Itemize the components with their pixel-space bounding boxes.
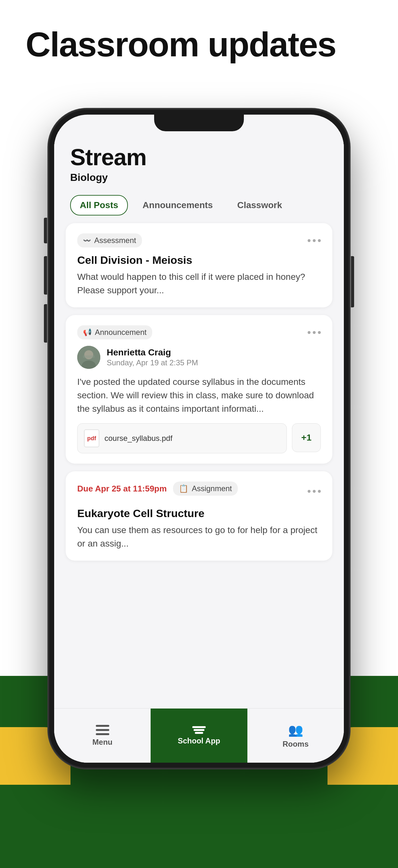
attachment-extra-count[interactable]: +1 — [292, 423, 321, 452]
assessment-title: Cell Division - Meiosis — [77, 254, 321, 267]
dot2 — [313, 239, 316, 242]
assessment-badge: 〰️ Assessment — [77, 234, 142, 248]
dot1 — [308, 239, 311, 242]
dot5 — [313, 331, 316, 334]
assignment-body: You can use them as resources to go to f… — [77, 524, 321, 550]
assessment-badge-label: Assessment — [94, 236, 136, 245]
stream-subtitle: Biology — [70, 172, 328, 183]
card-announcement-header: 📢 Announcement — [77, 325, 321, 339]
pdf-icon: pdf — [84, 429, 100, 447]
announcement-badge: 📢 Announcement — [77, 325, 152, 339]
rooms-icon: 👥 — [288, 723, 303, 737]
card-assessment[interactable]: 〰️ Assessment Cell Division - Meiosis Wh… — [66, 223, 332, 307]
school-app-icon — [192, 726, 206, 734]
card-assignment[interactable]: Due Apr 25 at 11:59pm 📋 Assignment — [66, 471, 332, 561]
phone-frame: Stream Biology All Posts Announcements C… — [48, 109, 350, 768]
card-assessment-more[interactable] — [308, 239, 321, 242]
announcement-body: I've posted the updated course syllabus … — [77, 375, 321, 415]
author-avatar — [77, 346, 100, 369]
stream-title: Stream — [70, 144, 328, 170]
phone-btn-vol-down — [44, 304, 47, 343]
dot3 — [318, 239, 321, 242]
author-name: Henrietta Craig — [107, 347, 198, 358]
tab-announcements[interactable]: Announcements — [133, 195, 222, 215]
nav-rooms-label: Rooms — [283, 740, 309, 749]
page-title: Classroom updates — [26, 26, 336, 64]
phone-screen: Stream Biology All Posts Announcements C… — [54, 115, 344, 763]
dot9 — [318, 490, 321, 493]
phone-notch — [154, 115, 244, 131]
tab-classwork[interactable]: Classwork — [228, 195, 292, 215]
filter-tabs: All Posts Announcements Classwork — [54, 190, 344, 223]
attachment-pdf[interactable]: pdf course_syllabus.pdf — [77, 423, 287, 453]
phone-btn-vol-up — [44, 256, 47, 294]
announcement-icon: 📢 — [83, 328, 92, 337]
cards-container: 〰️ Assessment Cell Division - Meiosis Wh… — [54, 223, 344, 561]
card-announcement-more[interactable] — [308, 331, 321, 334]
svg-rect-3 — [83, 355, 94, 358]
phone-btn-power — [351, 256, 354, 307]
phone-btn-silent — [44, 218, 47, 243]
author-date: Sunday, Apr 19 at 2:35 PM — [107, 358, 198, 367]
dot7 — [308, 490, 311, 493]
avatar-img — [77, 346, 100, 369]
due-label: Due Apr 25 at 11:59pm — [77, 484, 167, 494]
nav-school-app[interactable]: School App — [151, 709, 247, 763]
stream-header: Stream Biology — [54, 131, 344, 190]
card-announcement[interactable]: 📢 Announcement — [66, 315, 332, 464]
nav-school-app-label: School App — [178, 736, 220, 745]
assignment-title: Eukaryote Cell Structure — [77, 507, 321, 520]
attachment-filename: course_syllabus.pdf — [105, 434, 172, 443]
assignment-badge-label: Assignment — [192, 484, 232, 493]
author-row: Henrietta Craig Sunday, Apr 19 at 2:35 P… — [77, 346, 321, 369]
tab-all-posts[interactable]: All Posts — [70, 195, 128, 215]
dot4 — [308, 331, 311, 334]
assessment-icon: 〰️ — [83, 237, 91, 244]
assignment-badge: 📋 Assignment — [173, 482, 237, 496]
screen-content: Stream Biology All Posts Announcements C… — [54, 131, 344, 763]
announcement-badge-label: Announcement — [95, 328, 146, 337]
card-assignment-header: Due Apr 25 at 11:59pm 📋 Assignment — [77, 482, 321, 501]
nav-menu-label: Menu — [92, 738, 112, 747]
bottom-nav: Menu School App 👥 Rooms — [54, 708, 344, 763]
assessment-body: What would happen to this cell if it wer… — [77, 270, 321, 297]
nav-rooms[interactable]: 👥 Rooms — [247, 709, 344, 763]
due-row: Due Apr 25 at 11:59pm 📋 Assignment — [77, 482, 238, 496]
card-assessment-header: 〰️ Assessment — [77, 234, 321, 248]
dot6 — [318, 331, 321, 334]
assignment-icon: 📋 — [179, 484, 189, 493]
author-info: Henrietta Craig Sunday, Apr 19 at 2:35 P… — [107, 347, 198, 367]
menu-icon — [96, 725, 109, 735]
nav-menu[interactable]: Menu — [54, 709, 151, 763]
card-assignment-more[interactable] — [308, 490, 321, 493]
dot8 — [313, 490, 316, 493]
attachments-row: pdf course_syllabus.pdf +1 — [77, 423, 321, 453]
